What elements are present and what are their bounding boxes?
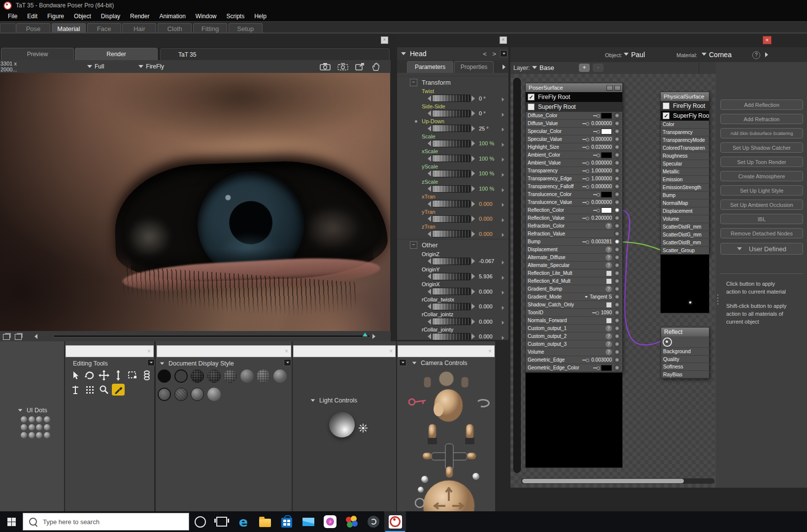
param-dropdown[interactable]: Tangent S bbox=[584, 294, 612, 299]
view-tab-render[interactable]: Render bbox=[75, 48, 158, 60]
color-swatch[interactable] bbox=[601, 113, 612, 119]
mail-icon[interactable] bbox=[298, 511, 319, 532]
palette-tab-properties[interactable]: Properties bbox=[454, 61, 494, 73]
param-row-ambient_value[interactable]: Ambient_Value0.000000 bbox=[526, 159, 622, 167]
dial-increment-icon[interactable] bbox=[471, 140, 475, 146]
param-checkbox[interactable] bbox=[606, 270, 612, 276]
dial-decrement-icon[interactable] bbox=[428, 231, 431, 237]
param-row-geometric_edge[interactable]: Geometric_Edge0.003000 bbox=[526, 356, 622, 364]
add-layer-button[interactable]: + bbox=[579, 64, 590, 72]
question-badge[interactable]: ? bbox=[605, 325, 612, 332]
dial-expand-icon[interactable] bbox=[502, 273, 504, 282]
menu-scripts[interactable]: Scripts bbox=[222, 12, 250, 21]
menu-render[interactable]: Render bbox=[125, 12, 154, 21]
question-badge[interactable]: ? bbox=[605, 349, 612, 355]
panel-titlebar[interactable] bbox=[398, 345, 495, 357]
dial-increment-icon[interactable] bbox=[471, 170, 475, 176]
question-badge[interactable]: ? bbox=[605, 286, 612, 292]
node-plug[interactable] bbox=[614, 207, 620, 213]
node-plug[interactable] bbox=[614, 341, 620, 347]
reflect-node[interactable]: Reflect BackgroundQualitySoftnessRayBias bbox=[661, 327, 709, 379]
chevron-down-icon[interactable] bbox=[532, 66, 537, 69]
color-swatch[interactable] bbox=[601, 152, 612, 158]
tool-group-icon[interactable] bbox=[83, 384, 96, 396]
node-plug[interactable] bbox=[614, 120, 620, 127]
dial-expand-icon[interactable] bbox=[502, 231, 504, 239]
render-size-dropdown[interactable]: Full bbox=[87, 63, 104, 70]
param-row-gradient_bump[interactable]: Gradient_Bump? bbox=[526, 285, 622, 293]
node-plug[interactable] bbox=[614, 365, 620, 371]
param-row-normalmap[interactable]: NormalMap bbox=[661, 200, 709, 207]
param-row-reflection_kd_mult[interactable]: Reflection_Kd_Mult bbox=[526, 277, 622, 285]
param-row-shadow_catch_only[interactable]: Shadow_Catch_Only bbox=[526, 301, 622, 309]
ui-dot[interactable] bbox=[44, 432, 50, 438]
dial-slider[interactable] bbox=[432, 140, 471, 147]
dial-slider[interactable] bbox=[432, 318, 471, 325]
dial-decrement-icon[interactable] bbox=[428, 96, 431, 101]
param-row-transparency_falloff[interactable]: Transparency_Falloff0.000000 bbox=[526, 183, 622, 191]
color-swatch[interactable] bbox=[601, 207, 612, 213]
dial-expand-icon[interactable] bbox=[502, 333, 504, 340]
chevron-down-icon[interactable] bbox=[702, 53, 706, 56]
param-row-emissionstrength[interactable]: EmissionStrength bbox=[661, 184, 709, 192]
light-indicator-ball[interactable] bbox=[329, 412, 355, 437]
display-style-smooth-shaded[interactable] bbox=[273, 369, 287, 383]
display-style-cartoon[interactable] bbox=[158, 388, 171, 401]
dial-increment-icon[interactable] bbox=[471, 258, 475, 264]
node-plug[interactable] bbox=[614, 183, 620, 190]
dial-increment-icon[interactable] bbox=[471, 126, 475, 132]
camera-controls-title[interactable]: Camera Controls bbox=[412, 360, 467, 366]
node-plug[interactable] bbox=[614, 191, 620, 198]
question-badge[interactable]: ? bbox=[605, 333, 612, 339]
node-plug[interactable] bbox=[614, 349, 620, 355]
tool-dropper-icon[interactable] bbox=[112, 384, 125, 396]
param-row-displacement[interactable]: Displacement bbox=[661, 207, 709, 215]
poser-taskbar-icon[interactable] bbox=[384, 511, 406, 532]
dial-expand-icon[interactable] bbox=[502, 200, 504, 209]
param-row-scatter_group[interactable]: Scatter_Group bbox=[661, 247, 709, 255]
dial-increment-icon[interactable] bbox=[471, 231, 475, 237]
param-row-background[interactable]: Background bbox=[661, 348, 709, 356]
dial-expand-icon[interactable] bbox=[502, 288, 504, 297]
dial-decrement-icon[interactable] bbox=[428, 258, 431, 264]
panel-menu-icon[interactable] bbox=[147, 359, 155, 366]
posersurface-node[interactable]: PoserSurface FireFly RootSuperFly Root D… bbox=[525, 83, 623, 372]
window-layout-icon-2[interactable] bbox=[15, 334, 22, 340]
dial-slider[interactable] bbox=[432, 185, 471, 193]
panel-expand-icon[interactable] bbox=[765, 52, 768, 57]
ui-dot[interactable] bbox=[29, 416, 35, 423]
param-row-transparency[interactable]: Transparency1.000000 bbox=[526, 167, 622, 175]
close-icon[interactable] bbox=[389, 348, 393, 355]
param-row-refraction_value[interactable]: Refraction_Value bbox=[526, 230, 622, 238]
action-button-set-up-shadow-catcher[interactable]: Set Up Shadow Catcher bbox=[720, 142, 803, 153]
param-row-scatterdistb_mm[interactable]: ScatterDistB_mm bbox=[661, 239, 709, 247]
param-row-gradient_mode[interactable]: Gradient_ModeTangent S bbox=[526, 293, 622, 301]
light-controls-title[interactable]: Light Controls bbox=[310, 397, 357, 404]
node-plug[interactable] bbox=[614, 152, 620, 158]
param-row-raybias[interactable]: RayBias bbox=[661, 371, 709, 379]
dial-control[interactable]: 25 ° bbox=[428, 125, 489, 132]
chevron-down-icon[interactable] bbox=[624, 53, 629, 56]
display-style-title[interactable]: Document Display Style bbox=[160, 360, 234, 367]
material-dropdown[interactable]: Cornea bbox=[709, 51, 732, 59]
action-button-set-up-ambient-occlusion[interactable]: Set Up Ambient Occlusion bbox=[720, 200, 803, 210]
color-swatch[interactable] bbox=[601, 192, 612, 198]
param-row-scatterdistr_mm[interactable]: ScatterDistR_mm bbox=[661, 223, 709, 231]
collapse-icon[interactable] bbox=[410, 79, 417, 86]
tool-zoom-icon[interactable] bbox=[98, 384, 110, 396]
question-badge[interactable]: ? bbox=[605, 246, 612, 253]
dial-expand-icon[interactable] bbox=[502, 95, 504, 104]
node-plug[interactable] bbox=[614, 317, 620, 324]
param-row-highlight_size[interactable]: Highlight_Size0.020000 bbox=[526, 143, 622, 151]
dial-slider[interactable] bbox=[432, 95, 471, 102]
param-row-bump[interactable]: Bump0.003281 bbox=[526, 238, 622, 246]
display-style-wireframe[interactable] bbox=[191, 369, 204, 383]
close-icon[interactable] bbox=[381, 36, 388, 44]
checkbox-icon[interactable] bbox=[528, 94, 535, 100]
param-row-custom_output_1[interactable]: Custom_output_1? bbox=[526, 325, 622, 332]
horizontal-scrollbar[interactable] bbox=[521, 478, 714, 484]
cortana-icon[interactable] bbox=[189, 511, 211, 532]
param-row-displacement[interactable]: Displacement? bbox=[526, 246, 622, 254]
display-style-outline[interactable] bbox=[174, 369, 188, 383]
edge-icon[interactable]: e bbox=[233, 511, 254, 532]
